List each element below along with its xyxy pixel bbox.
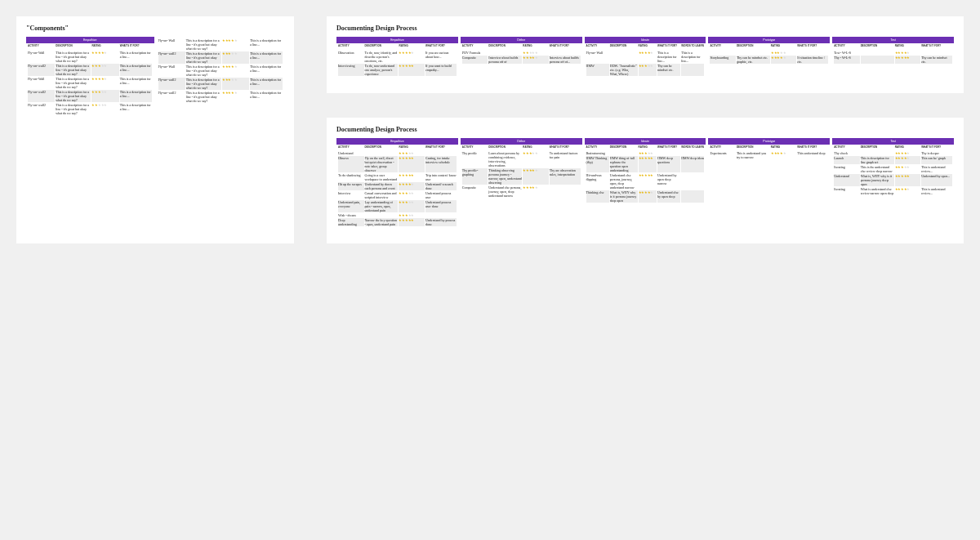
cell: This is understand review... bbox=[921, 165, 952, 173]
cell bbox=[681, 64, 704, 76]
panel: Documenting Design ProcessEmpathizeACTIV… bbox=[327, 16, 964, 93]
cell: Fly-on- Wall bbox=[28, 51, 55, 63]
cell bbox=[681, 190, 704, 203]
table: ACTIVITYDESCRIPTIONRATINGWHAT'S IT FOR?W… bbox=[585, 43, 706, 78]
cell: Fly-on- wall2 bbox=[158, 91, 185, 103]
section: TestACTIVITYDESCRIPTIONRATINGWHAT'S IT F… bbox=[832, 37, 954, 66]
cell: Understand process user done bbox=[425, 200, 457, 212]
panel: "Components"EmpathizeACTIVITYDESCRIPTION… bbox=[16, 16, 294, 243]
cell: This is a description for a line... bbox=[250, 78, 283, 90]
table: ACTIVITYDESCRIPTIONRATINGWHAT'S IT FOR?O… bbox=[336, 43, 458, 78]
cell: Casting, for intake interview schedule bbox=[425, 156, 457, 172]
cell: Hit up the scrapes bbox=[338, 182, 364, 190]
cell: HOW. "Journalistic" etc. (e.g. Who, What… bbox=[610, 64, 638, 76]
cell: Understand else persona, journey, open, … bbox=[610, 173, 638, 190]
rating-cell: ★★★★★ bbox=[639, 156, 657, 172]
column-header: WHAT'S IT FOR? bbox=[797, 146, 828, 151]
column-header: DESCRIPTION bbox=[610, 45, 638, 50]
cell: Launch bbox=[834, 156, 860, 164]
cell: This is a description for a line - it's … bbox=[186, 91, 221, 103]
section: EmpathizeACTIVITYDESCRIPTIONRATINGWHAT'S… bbox=[336, 138, 458, 230]
section: EmpathizeACTIVITYDESCRIPTIONRATINGWHAT'S… bbox=[336, 37, 458, 78]
cell: Understand bbox=[834, 174, 860, 186]
cell: HMW bbox=[586, 64, 609, 76]
cell: Wish - dream bbox=[338, 213, 364, 217]
column-header: WORDS TO LEARN bbox=[681, 146, 704, 151]
cell: To do, now, identify, and describe a per… bbox=[365, 51, 399, 63]
rating-cell: ★★★★★ bbox=[523, 51, 549, 55]
column-header: WHAT'S IT FOR? bbox=[797, 45, 828, 50]
column-header: ACTIVITY bbox=[710, 45, 736, 50]
column-header: ACTIVITY bbox=[586, 146, 609, 151]
column-header: DESCRIPTION bbox=[861, 45, 894, 50]
cell: This is a description for a line - it's … bbox=[56, 64, 91, 76]
sections-row: EmpathizeACTIVITYDESCRIPTIONRATINGWHAT'S… bbox=[336, 138, 954, 230]
rating-cell: ★★★★★ bbox=[222, 38, 249, 51]
section: TestACTIVITYDESCRIPTIONRATINGWHAT'S IT F… bbox=[832, 138, 954, 199]
rating-cell: ★★★★★ bbox=[771, 51, 797, 55]
table: ACTIVITYDESCRIPTIONRATINGWHAT'S IT FOR?F… bbox=[26, 43, 154, 118]
cell: Fly-on- Wall bbox=[28, 77, 55, 89]
cell: Understand by open deep narrow bbox=[657, 173, 680, 190]
column-header: ACTIVITY bbox=[462, 45, 488, 50]
section-header: Prototype bbox=[708, 138, 830, 145]
cell: Fly-on- Wall bbox=[158, 65, 185, 77]
rating-cell: ★★★★★ bbox=[895, 51, 921, 55]
cell: This is a description for a line - it's … bbox=[186, 38, 221, 51]
rating-cell: ★★★★★ bbox=[639, 190, 657, 203]
cell: This is a description for a line... bbox=[120, 90, 153, 102]
sections-row: EmpathizeACTIVITYDESCRIPTIONRATINGWHAT'S… bbox=[26, 37, 284, 118]
column-header: WHAT'S IT FOR? bbox=[550, 45, 581, 50]
cell: Interview about builds persona off of... bbox=[550, 56, 581, 64]
section: PrototypeACTIVITYDESCRIPTIONRATINGWHAT'S… bbox=[708, 37, 830, 66]
cell bbox=[921, 51, 952, 55]
section: DefineACTIVITYDESCRIPTIONRATINGWHAT'S IT… bbox=[461, 138, 582, 201]
rating-cell: ★★★★★ bbox=[523, 56, 549, 64]
column-header: WORDS TO LEARN bbox=[681, 45, 704, 50]
cell: Thy profile bbox=[462, 151, 488, 167]
cell: This is understand you try to narrow bbox=[737, 151, 770, 159]
cell: This is a description for a line - it's … bbox=[186, 78, 221, 90]
cell: POV Formula bbox=[462, 51, 488, 55]
section-header: Test bbox=[832, 37, 954, 43]
cell: If you want to build empathy... bbox=[425, 64, 457, 76]
rating-cell: ★★★★★ bbox=[91, 77, 118, 89]
cell: This is a description for a line... bbox=[250, 51, 283, 64]
cell: Thy profile-graphing bbox=[462, 168, 488, 185]
cell bbox=[861, 151, 894, 155]
column-header: ACTIVITY bbox=[462, 146, 488, 151]
cell: Hit-and-run flipping bbox=[586, 173, 609, 190]
section-header: Empathize bbox=[26, 37, 154, 43]
column-header: RATING bbox=[895, 146, 921, 151]
cell: This is description for line graph set bbox=[861, 156, 894, 164]
section-header: Test bbox=[832, 138, 954, 145]
cell: This understand deep bbox=[797, 151, 828, 159]
cell: Fly-on- wall2 bbox=[28, 103, 55, 115]
cell: Thy are observation rules, interpretatio… bbox=[550, 168, 581, 185]
cell: This is a description for a line - it's … bbox=[56, 77, 91, 89]
section-header: Empathize bbox=[336, 138, 458, 145]
rating-cell: ★★★★★ bbox=[91, 51, 118, 63]
cell bbox=[681, 173, 704, 190]
rating-cell: ★★★★★ bbox=[771, 151, 797, 159]
column-header: WHAT'S IT FOR? bbox=[550, 146, 581, 151]
cell: This can be/ graph bbox=[921, 156, 952, 164]
cell: Interviewing bbox=[338, 64, 364, 76]
section: Fly-on- WallThis is a description for a … bbox=[157, 37, 285, 105]
cell: HMW Thinking (flip) bbox=[586, 156, 609, 172]
rating-cell: ★★★★★ bbox=[399, 213, 425, 217]
column-header: RATING bbox=[639, 45, 657, 50]
cell: This is a description for line... bbox=[681, 51, 704, 63]
cell: Thinking else bbox=[586, 190, 609, 203]
column-header: WHAT'S IT FOR? bbox=[657, 45, 680, 50]
cell: Thy can be mindset etc. bbox=[657, 64, 680, 76]
column-header: DESCRIPTION bbox=[610, 146, 638, 151]
column-header: RATING bbox=[639, 146, 657, 151]
rating-cell: ★★★★★ bbox=[91, 64, 118, 76]
section: IdeateACTIVITYDESCRIPTIONRATINGWHAT'S IT… bbox=[585, 138, 706, 206]
rating-cell: ★★★★★ bbox=[523, 185, 549, 198]
cell: HMW thing of full rephrase the question … bbox=[610, 156, 638, 172]
rating-cell: ★★★★★ bbox=[399, 173, 425, 181]
column-header: DESCRIPTION bbox=[488, 45, 522, 50]
table: ACTIVITYDESCRIPTIONRATINGWHAT'S IT FOR?P… bbox=[461, 43, 582, 66]
